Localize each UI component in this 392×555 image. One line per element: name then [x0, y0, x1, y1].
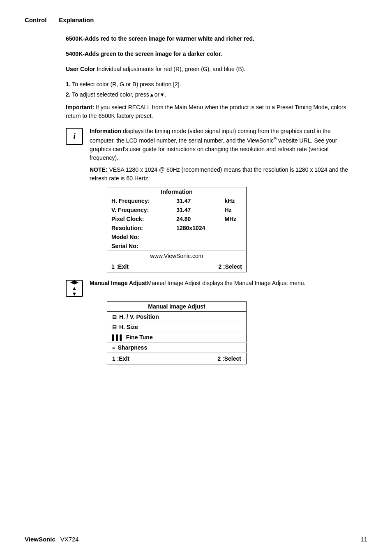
- information-section: i Information displays the timing mode (…: [66, 127, 351, 183]
- paragraph-5400k: 5400K-Adds green to the screen image for…: [66, 50, 351, 58]
- paragraph-6500k: 6500K-Adds red to the screen image for w…: [66, 35, 351, 43]
- list-item: ⊟H. / V. Position: [107, 311, 247, 322]
- table-cell-value1: 31.47: [174, 205, 222, 214]
- footer-page-number: 11: [360, 536, 367, 543]
- manual-select-label: 2 :Select: [217, 355, 241, 362]
- menu-item-icon: ⊟: [112, 324, 117, 330]
- menu-item-icon: ▌▌▌: [112, 334, 124, 341]
- table-row: Pixel Clock: 24.80 MHz: [107, 214, 247, 223]
- table-cell-value1: [174, 242, 222, 251]
- table-cell-label: Serial No:: [107, 242, 174, 251]
- step1-num: 1.: [66, 81, 71, 88]
- table-row: Model No:: [107, 233, 247, 242]
- header-control: Control: [25, 16, 46, 23]
- manual-exit-label: 1 :Exit: [112, 355, 129, 362]
- header-row: Control Explanation: [25, 16, 367, 26]
- select-label: 2 :Select: [174, 261, 246, 272]
- manual-icon: ◀▶ ▲ ▼: [66, 280, 83, 297]
- table-footer-row: 1 :Exit 2 :Select: [107, 261, 247, 272]
- text-6500k: 6500K-Adds red to the screen image for w…: [66, 35, 254, 42]
- info-paragraph: Information displays the timing mode (vi…: [90, 128, 337, 161]
- website-cell: www.ViewSonic.com: [107, 251, 247, 261]
- note-label: NOTE:: [90, 166, 108, 173]
- table-cell-label: Model No:: [107, 233, 174, 242]
- menu-item-icon: ≡: [112, 345, 115, 351]
- important-text: If you select RECALL from the Main Menu …: [66, 104, 346, 119]
- paragraph-important: Important: If you select RECALL from the…: [66, 103, 351, 120]
- footer-brand: ViewSonic: [25, 536, 55, 543]
- info-table-container: Information H. Frequency: 31.47 kHz V. F…: [107, 187, 351, 272]
- menu-item-cell: ⊟H. Size: [107, 322, 247, 332]
- text-5400k: 5400K-Adds green to the screen image for…: [66, 51, 222, 57]
- step1-text: To select color (R, G or B) press button…: [72, 81, 181, 88]
- table-cell-value2: [222, 223, 246, 233]
- text-user-color-label: User Color: [66, 66, 95, 72]
- manual-table-container: Manual Image Adjust ⊟H. / V. Position⊟H.…: [107, 301, 351, 364]
- table-cell-value2: [222, 233, 246, 242]
- menu-item-cell: ▌▌▌Fine Tune: [107, 332, 247, 342]
- website-row: www.ViewSonic.com: [107, 251, 247, 261]
- step2-row: 2. To adjust selected color, press▲or▼.: [66, 90, 351, 99]
- manual-text-block: Manual Image AdjustManual Image Adjust d…: [90, 279, 351, 288]
- table-cell-value2: [222, 242, 246, 251]
- table-cell-value2: Hz: [222, 205, 246, 214]
- menu-item-icon: ⊟: [112, 314, 117, 320]
- info-table-title: Information: [107, 187, 247, 196]
- manual-paragraph: Manual Image AdjustManual Image Adjust d…: [90, 280, 306, 286]
- arrows-symbol: ◀▶ ▲ ▼: [70, 279, 78, 297]
- table-cell-value1: 1280x1024: [174, 223, 222, 233]
- manual-footer-row: 1 :Exit 2 :Select: [107, 352, 247, 364]
- info-text-block: Information displays the timing mode (vi…: [90, 127, 351, 183]
- table-cell-label: H. Frequency:: [107, 196, 174, 205]
- note-text: VESA 1280 x 1024 @ 60Hz (recommended) me…: [90, 166, 348, 182]
- footer-model: VX724: [60, 536, 79, 543]
- info-icon-label: i: [73, 132, 76, 141]
- info-table: Information H. Frequency: 31.47 kHz V. F…: [107, 187, 247, 272]
- manual-table: Manual Image Adjust ⊟H. / V. Position⊟H.…: [107, 301, 247, 364]
- table-row: H. Frequency: 31.47 kHz: [107, 196, 247, 205]
- step2-num: 2.: [66, 91, 71, 98]
- table-cell-value1: 31.47: [174, 196, 222, 205]
- content-area: 6500K-Adds red to the screen image for w…: [25, 35, 367, 364]
- table-cell-value1: 24.80: [174, 214, 222, 223]
- table-row: Resolution: 1280x1024: [107, 223, 247, 233]
- table-cell-value2: MHz: [222, 214, 246, 223]
- text-user-color-body: Individual adjustments for red (R), gree…: [95, 66, 246, 72]
- page-footer: ViewSonic VX724 11: [25, 536, 367, 543]
- manual-table-title: Manual Image Adjust: [107, 301, 247, 311]
- table-cell-label: Pixel Clock:: [107, 214, 174, 223]
- paragraph-user-color: User Color Individual adjustments for re…: [66, 65, 351, 74]
- header-explanation: Explanation: [59, 16, 94, 23]
- important-label: Important:: [66, 104, 94, 111]
- note-paragraph: NOTE: VESA 1280 x 1024 @ 60Hz (recommend…: [90, 166, 351, 183]
- step1-row: 1. To select color (R, G or B) press but…: [66, 80, 351, 89]
- menu-item-cell: ≡Sharpness: [107, 342, 247, 352]
- list-item: ⊟H. Size: [107, 322, 247, 332]
- exit-label: 1 :Exit: [107, 261, 174, 272]
- step2-text: To adjust selected color, press▲or▼.: [72, 91, 166, 98]
- list-item: ▌▌▌Fine Tune: [107, 332, 247, 342]
- manual-section: ◀▶ ▲ ▼ Manual Image AdjustManual Image A…: [66, 279, 351, 297]
- table-cell-label: Resolution:: [107, 223, 174, 233]
- table-row: Serial No:: [107, 242, 247, 251]
- manual-exit-cell: 1 :Exit 2 :Select: [107, 353, 246, 364]
- table-cell-value1: [174, 233, 222, 242]
- table-cell-label: V. Frequency:: [107, 205, 174, 214]
- page: Control Explanation 6500K-Adds red to th…: [0, 0, 392, 396]
- table-cell-value2: kHz: [222, 196, 246, 205]
- menu-item-cell: ⊟H. / V. Position: [107, 311, 247, 322]
- table-row: V. Frequency: 31.47 Hz: [107, 205, 247, 214]
- list-item: ≡Sharpness: [107, 342, 247, 352]
- footer-brand-model: ViewSonic VX724: [25, 536, 79, 543]
- info-icon: i: [66, 128, 83, 145]
